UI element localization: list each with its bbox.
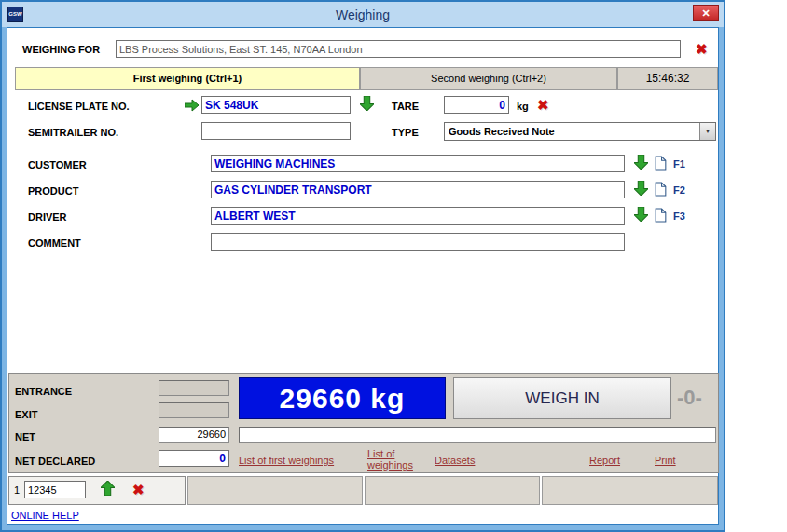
license-plate-dropdown-icon[interactable] (360, 96, 374, 115)
customer-document-icon[interactable] (655, 156, 667, 174)
weight-display: 29660 kg (239, 377, 446, 419)
customer-fkey-label: F1 (673, 158, 685, 170)
driver-label: DRIVER (28, 211, 67, 223)
close-button[interactable]: ✕ (693, 5, 719, 21)
link-print[interactable]: Print (655, 455, 676, 466)
arrow-right-icon (185, 99, 200, 116)
link-report[interactable]: Report (589, 455, 620, 466)
net-input: 29660 (159, 427, 229, 443)
comment-label: COMMENT (28, 238, 81, 249)
net-label: NET (15, 431, 35, 443)
product-label: PRODUCT (28, 185, 78, 197)
comment-input[interactable] (211, 233, 625, 251)
entrance-label: ENTRANCE (15, 386, 72, 397)
weighing-window: GSW Weighing ✕ WEIGHING FOR ✖ First weig… (0, 0, 725, 532)
weighing-for-input[interactable] (116, 40, 681, 58)
weigh-in-button[interactable]: WEIGH IN (453, 377, 671, 419)
weighing-for-label: WEIGHING FOR (22, 44, 100, 55)
type-select-value: Goods Received Note (449, 126, 555, 137)
license-plate-label: LICENSE PLATE NO. (28, 101, 130, 112)
semitrailer-label: SEMITRAILER NO. (28, 127, 118, 138)
type-label: TYPE (392, 127, 419, 138)
product-dropdown-icon[interactable] (634, 181, 648, 199)
status-panel-2 (365, 476, 540, 505)
delete-record-icon[interactable]: ✖ (132, 483, 145, 497)
zero-button[interactable]: -0- (677, 386, 702, 410)
driver-dropdown-icon[interactable] (634, 207, 648, 225)
tare-label: TARE (392, 101, 419, 112)
row-index-label: 1 (14, 484, 20, 496)
title-bar: GSW Weighing ✕ (2, 2, 724, 27)
net-declared-input[interactable] (159, 450, 229, 467)
arrow-up-icon[interactable] (101, 481, 115, 499)
net-detail-field (239, 427, 716, 443)
window-title: Weighing (2, 7, 724, 22)
clock-display: 15:46:32 (617, 67, 718, 90)
driver-input[interactable] (211, 207, 625, 225)
tare-input[interactable] (444, 96, 509, 114)
tare-unit-label: kg (517, 101, 529, 112)
customer-dropdown-icon[interactable] (634, 155, 648, 173)
product-input[interactable] (211, 181, 625, 198)
net-declared-label: NET DECLARED (15, 456, 95, 467)
exit-input (159, 402, 229, 418)
customer-label: CUSTOMER (28, 159, 87, 171)
online-help-link[interactable]: ONLINE HELP (11, 510, 79, 521)
type-select[interactable]: Goods Received Note ▼ (444, 122, 716, 141)
status-panel-3 (542, 476, 718, 505)
driver-document-icon[interactable] (655, 208, 667, 226)
link-list-of-weighings[interactable]: List of weighings (367, 448, 418, 471)
record-number-input[interactable] (24, 481, 86, 498)
product-fkey-label: F2 (673, 184, 685, 196)
driver-fkey-label: F3 (673, 211, 685, 222)
tab-second-weighing[interactable]: Second weighing (Ctrl+2) (360, 67, 617, 90)
exit-label: EXIT (15, 409, 37, 420)
clear-weighing-for-icon[interactable]: ✖ (696, 42, 708, 56)
semitrailer-input[interactable] (201, 122, 351, 140)
customer-input[interactable] (211, 155, 625, 172)
link-datasets[interactable]: Datasets (435, 455, 475, 466)
chevron-down-icon[interactable]: ▼ (699, 123, 715, 140)
entrance-input (159, 380, 229, 396)
clear-tare-icon[interactable]: ✖ (537, 98, 549, 112)
product-document-icon[interactable] (655, 182, 667, 200)
link-list-of-first-weighings[interactable]: List of first weighings (239, 455, 334, 466)
tab-first-weighing[interactable]: First weighing (Ctrl+1) (15, 67, 360, 90)
status-panel-1 (187, 476, 363, 505)
license-plate-input[interactable] (201, 96, 351, 114)
